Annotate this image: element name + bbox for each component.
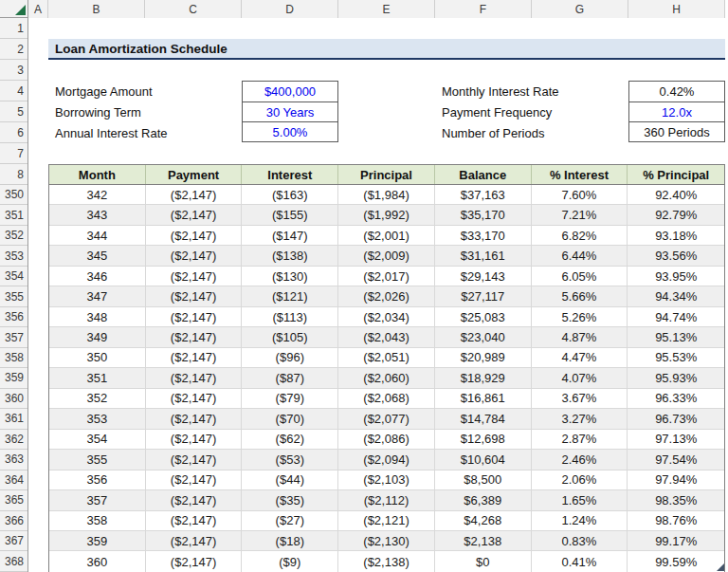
row-header-353[interactable]: 353	[0, 246, 27, 266]
row-header-6[interactable]: 6	[0, 122, 27, 143]
row-header-357[interactable]: 357	[0, 327, 27, 347]
row-header-3[interactable]: 3	[0, 60, 27, 81]
row-header-354[interactable]: 354	[0, 267, 27, 286]
cell[interactable]: 343	[49, 205, 146, 224]
row-header-359[interactable]: 359	[0, 368, 27, 388]
cell[interactable]: ($35)	[242, 490, 338, 509]
cell[interactable]: $27,117	[435, 286, 532, 305]
row-header-362[interactable]: 362	[0, 430, 27, 450]
cell[interactable]: 6.44%	[532, 246, 628, 265]
cell[interactable]: $20,989	[435, 348, 532, 367]
cell[interactable]: 96.73%	[628, 409, 724, 428]
cell[interactable]: 93.18%	[628, 226, 724, 245]
cell[interactable]: ($105)	[242, 327, 338, 346]
cell[interactable]: 357	[49, 490, 146, 509]
cell[interactable]: ($130)	[242, 267, 338, 286]
cell[interactable]: ($2,147)	[146, 511, 243, 530]
cell[interactable]: 3.67%	[532, 389, 628, 408]
cell[interactable]: ($87)	[242, 368, 338, 387]
cell[interactable]: 94.74%	[628, 307, 724, 326]
cell[interactable]: 2.87%	[532, 430, 628, 449]
row-header-365[interactable]: 365	[0, 490, 27, 510]
cell[interactable]: 342	[49, 185, 146, 204]
cell[interactable]: 7.60%	[532, 185, 628, 204]
label-borrowing-term[interactable]: Borrowing Term	[48, 101, 242, 122]
cell[interactable]: 92.40%	[628, 185, 724, 204]
cell[interactable]: $12,698	[435, 430, 532, 449]
cell[interactable]: 346	[49, 267, 146, 286]
input-borrowing-term[interactable]: 30 Years	[243, 101, 337, 121]
cell[interactable]: 95.53%	[628, 348, 724, 367]
cell[interactable]: ($2,077)	[338, 409, 435, 428]
cell[interactable]: 4.87%	[532, 327, 628, 346]
cell[interactable]: 2.06%	[532, 471, 628, 489]
cell[interactable]: ($2,147)	[146, 246, 243, 265]
label-monthly-interest-rate[interactable]: Monthly Interest Rate	[435, 81, 628, 101]
select-all-button[interactable]	[0, 0, 28, 18]
cell[interactable]: 97.13%	[628, 430, 724, 449]
cell[interactable]: ($2,147)	[146, 531, 243, 550]
cell[interactable]: ($2,147)	[146, 471, 243, 489]
cell[interactable]: $37,163	[435, 185, 532, 204]
cell[interactable]: ($113)	[242, 307, 338, 326]
row-header-355[interactable]: 355	[0, 286, 27, 306]
table-header-month[interactable]: Month	[49, 165, 146, 184]
cell[interactable]: ($1,984)	[338, 185, 435, 204]
value-monthly-interest-rate[interactable]: 0.42%	[629, 82, 724, 101]
cell[interactable]: ($2,068)	[338, 389, 435, 408]
cell[interactable]: 3.27%	[532, 409, 628, 428]
cell[interactable]: ($79)	[242, 389, 338, 408]
cell[interactable]: 6.82%	[532, 226, 628, 245]
cell[interactable]: ($2,009)	[338, 246, 435, 265]
cell[interactable]: 355	[49, 450, 146, 469]
cell[interactable]: $14,784	[435, 409, 532, 428]
cell[interactable]: ($2,147)	[146, 327, 243, 346]
cell[interactable]: $23,040	[435, 327, 532, 346]
cell[interactable]: ($44)	[242, 471, 338, 489]
column-header-B[interactable]: B	[48, 0, 145, 18]
cell[interactable]: $0	[435, 551, 532, 571]
cell[interactable]: ($2,121)	[338, 511, 435, 530]
table-header-principal[interactable]: % Principal	[628, 165, 724, 184]
cell[interactable]: 1.24%	[532, 511, 628, 530]
cell[interactable]: ($53)	[242, 450, 338, 469]
row-header-358[interactable]: 358	[0, 348, 27, 368]
cell[interactable]: 4.07%	[532, 368, 628, 387]
row-header-366[interactable]: 366	[0, 511, 27, 531]
cell[interactable]: 2.46%	[532, 450, 628, 469]
cell[interactable]: ($2,112)	[338, 490, 435, 509]
cell[interactable]: 93.95%	[628, 267, 724, 286]
cell[interactable]: 344	[49, 226, 146, 245]
cell[interactable]: 0.83%	[532, 531, 628, 550]
cell[interactable]: 5.66%	[532, 286, 628, 305]
cell[interactable]: 347	[49, 286, 146, 305]
label-payment-frequency[interactable]: Payment Frequency	[435, 101, 628, 122]
cell[interactable]: 92.79%	[628, 205, 724, 224]
column-header-H[interactable]: H	[628, 0, 725, 18]
cell[interactable]: ($2,147)	[146, 450, 243, 469]
cell[interactable]: 348	[49, 307, 146, 326]
column-header-F[interactable]: F	[435, 0, 532, 18]
row-header-352[interactable]: 352	[0, 226, 27, 246]
cell[interactable]: 97.94%	[628, 471, 724, 489]
cell[interactable]: 349	[49, 327, 146, 346]
column-header-E[interactable]: E	[338, 0, 435, 18]
row-header-364[interactable]: 364	[0, 471, 27, 490]
table-header-balance[interactable]: Balance	[435, 165, 532, 184]
table-header-payment[interactable]: Payment	[146, 165, 243, 184]
cell[interactable]: ($2,094)	[338, 450, 435, 469]
row-header-356[interactable]: 356	[0, 307, 27, 327]
cell[interactable]: 7.21%	[532, 205, 628, 224]
label-number-of-periods[interactable]: Number of Periods	[435, 122, 628, 143]
column-header-D[interactable]: D	[242, 0, 338, 18]
cell[interactable]: ($2,147)	[146, 226, 243, 245]
cell[interactable]: 354	[49, 430, 146, 449]
cell[interactable]: 96.33%	[628, 389, 724, 408]
cell[interactable]: $29,143	[435, 267, 532, 286]
cell[interactable]: ($2,147)	[146, 551, 243, 571]
row-header-2[interactable]: 2	[0, 39, 27, 60]
cell[interactable]: 93.56%	[628, 246, 724, 265]
cell[interactable]: 4.47%	[532, 348, 628, 367]
cell[interactable]: ($2,017)	[338, 267, 435, 286]
cell[interactable]: $31,161	[435, 246, 532, 265]
